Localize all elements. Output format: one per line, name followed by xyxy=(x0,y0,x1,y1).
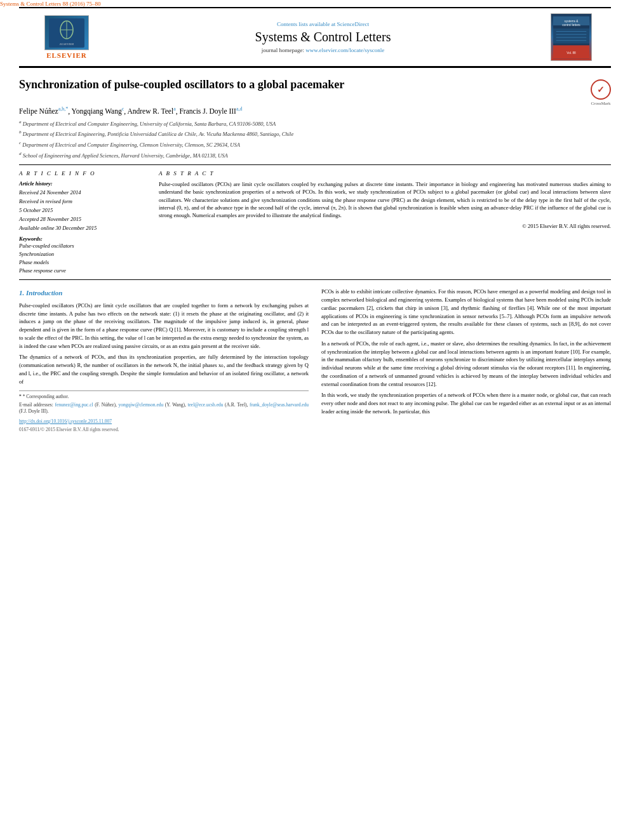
affiliation-c: c Department of Electrical and Computer … xyxy=(19,140,611,149)
author4-name: Francis J. Doyle III xyxy=(179,107,236,115)
author2-name: Yongqiang Wang xyxy=(72,107,122,115)
contents-available: Contents lists available at ScienceDirec… xyxy=(95,21,551,27)
article-history: Article history: Received 24 November 20… xyxy=(19,180,146,232)
author2-sup: c xyxy=(122,106,124,112)
keywords-list: Pulse-coupled oscillators Synchronizatio… xyxy=(19,242,146,274)
sciencedirect-link[interactable]: ScienceDirect xyxy=(337,21,369,27)
crossmark-badge: ✓ CrossMark xyxy=(591,79,611,106)
issn-line: 0167-6911/© 2015 Elsevier B.V. All right… xyxy=(19,426,309,433)
affiliation-a: a Department of Electrical and Computer … xyxy=(19,119,611,128)
email4-link[interactable]: frank_doyle@seas.harvard.edu xyxy=(250,402,309,408)
crossmark-icon: ✓ xyxy=(591,79,611,100)
footnotes: * * Corresponding author. E-mail address… xyxy=(19,390,309,433)
authors-line: Felipe Núñeza,b,*, Yongqiang Wangc, Andr… xyxy=(19,106,611,115)
journal-title-center: Contents lists available at ScienceDirec… xyxy=(95,21,551,53)
kw-3: Phase models xyxy=(19,258,146,267)
intro-col2-p1: PCOs is able to exhibit intricate collec… xyxy=(321,288,611,337)
journal-header-top: Systems & Control Letters 88 (2016) 75–8… xyxy=(0,0,630,7)
intro-col1: 1. Introduction Pulse-coupled oscillator… xyxy=(19,288,309,433)
paper-title: Synchronization of pulse-coupled oscilla… xyxy=(19,77,581,92)
elsevier-graphic: ELSEVIER xyxy=(44,15,89,50)
introduction-section: 1. Introduction Pulse-coupled oscillator… xyxy=(19,288,611,433)
affiliation-b: b Department of Electrical Engineering, … xyxy=(19,129,611,138)
kw-4: Phase response curve xyxy=(19,267,146,275)
email2-link[interactable]: yongqiw@clemson.edu xyxy=(118,402,163,408)
info-divider xyxy=(19,164,611,165)
intro-col1-p1: Pulse-coupled oscillators (PCOs) are lim… xyxy=(19,302,309,350)
abstract-label: A B S T R A C T xyxy=(159,170,611,177)
abstract-copyright: © 2015 Elsevier B.V. All rights reserved… xyxy=(159,223,611,229)
intro-cols: 1. Introduction Pulse-coupled oscillator… xyxy=(19,288,611,433)
body-divider xyxy=(19,279,611,280)
svg-text:Vol. 88: Vol. 88 xyxy=(566,51,576,54)
section1-title: 1. Introduction xyxy=(19,288,309,298)
intro-col2-p3: In this work, we study the synchronizati… xyxy=(321,391,611,415)
article-info: A R T I C L E I N F O Article history: R… xyxy=(19,170,146,274)
svg-text:ELSEVIER: ELSEVIER xyxy=(59,43,74,46)
svg-rect-9 xyxy=(553,28,589,43)
svg-text:systems &: systems & xyxy=(565,20,579,23)
crossmark-label: CrossMark xyxy=(591,101,610,106)
email1-link[interactable]: fenunez@ing.puc.cl xyxy=(55,402,93,408)
author4-sup: a,d xyxy=(236,106,243,112)
journal-cover: systems & control letters Vol. 88 xyxy=(551,13,592,61)
author1-name: Felipe Núñez xyxy=(19,107,58,115)
intro-col2: PCOs is able to exhibit intricate collec… xyxy=(321,288,611,433)
journal-main-title: Systems & Control Letters xyxy=(95,30,551,44)
footnote-emails: E-mail addresses: fenunez@ing.puc.cl (F.… xyxy=(19,402,309,415)
kw-2: Synchronization xyxy=(19,250,146,258)
article-info-label: A R T I C L E I N F O xyxy=(19,170,146,177)
email3-link[interactable]: teel@ece.ucsb.edu xyxy=(187,402,223,408)
doi-link[interactable]: http://dx.doi.org/10.1016/j.sysconle.201… xyxy=(19,418,112,424)
intro-col1-p2: The dynamics of a network of PCOs, and t… xyxy=(19,353,309,385)
keywords-label: Keywords: xyxy=(19,236,146,242)
elsevier-text: ELSEVIER xyxy=(46,51,87,59)
info-abstract-cols: A R T I C L E I N F O Article history: R… xyxy=(19,170,611,274)
intro-col2-p2: In a network of PCOs, the role of each a… xyxy=(321,340,611,389)
affiliations: a Department of Electrical and Computer … xyxy=(19,119,611,159)
kw-1: Pulse-coupled oscillators xyxy=(19,242,146,250)
journal-homepage: journal homepage: www.elsevier.com/locat… xyxy=(95,47,551,53)
footnote-star: * * Corresponding author. xyxy=(19,394,309,401)
author3-name: Andrew R. Teel xyxy=(127,107,173,115)
elsevier-logo: ELSEVIER ELSEVIER xyxy=(38,15,95,59)
journal-ref: Systems & Control Letters 88 (2016) 75–8… xyxy=(0,1,101,7)
doi-line: http://dx.doi.org/10.1016/j.sysconle.201… xyxy=(19,418,309,425)
abstract-text: Pulse-coupled oscillators (PCOs) are lim… xyxy=(159,180,611,220)
svg-text:control letters: control letters xyxy=(562,23,580,26)
abstract-section: A B S T R A C T Pulse-coupled oscillator… xyxy=(159,170,611,274)
author3-sup: a xyxy=(173,106,176,112)
keywords-section: Keywords: Pulse-coupled oscillators Sync… xyxy=(19,236,146,274)
author1-sup: a,b,* xyxy=(58,106,69,112)
homepage-link[interactable]: www.elsevier.com/locate/sysconle xyxy=(305,47,384,53)
affiliation-d: d School of Engineering and Applied Scie… xyxy=(19,150,611,160)
